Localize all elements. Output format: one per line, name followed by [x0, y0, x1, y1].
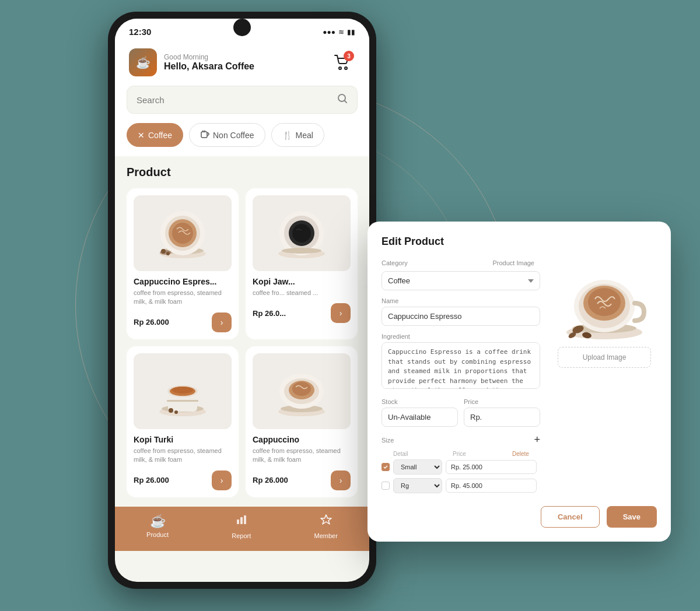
product-footer-2: Rp 26.0... ›	[253, 303, 351, 323]
modal-body: Category Product Image Coffee Name Ingre…	[382, 259, 657, 497]
price-input[interactable]	[464, 408, 540, 427]
category-coffee[interactable]: ✕ Coffee	[127, 123, 183, 147]
product-footer-3: Rp 26.000 ›	[134, 470, 232, 490]
svg-rect-36	[244, 515, 246, 524]
stock-group: Stock	[382, 398, 458, 427]
section-title: Product	[127, 166, 358, 179]
nav-product[interactable]: ☕ Product	[146, 514, 169, 539]
size-select-1[interactable]: Small	[393, 459, 442, 475]
size-select-2[interactable]: Rg	[393, 478, 442, 493]
modal-title: Edit Product	[382, 236, 657, 248]
name-label: Name	[382, 297, 540, 304]
size-header: Size +	[382, 434, 540, 446]
svg-point-27	[174, 410, 178, 414]
cancel-button[interactable]: Cancel	[541, 506, 600, 528]
product-nav-icon: ☕	[150, 514, 166, 529]
svg-point-33	[292, 382, 311, 396]
product-section: Product	[115, 156, 369, 507]
svg-point-0	[339, 67, 341, 69]
product-arrow-1[interactable]: ›	[212, 312, 232, 332]
member-nav-label: Member	[314, 532, 338, 539]
category-non-coffee[interactable]: Non Coffee	[189, 123, 265, 147]
modal-form: Category Product Image Coffee Name Ingre…	[382, 259, 540, 497]
size-detail-col: Detail	[393, 451, 449, 457]
svg-rect-3	[201, 132, 207, 138]
categories-bar: ✕ Coffee Non Coffee 🍴 Meal	[115, 123, 369, 156]
product-price-2: Rp 26.0...	[253, 309, 286, 318]
nav-report[interactable]: Report	[232, 514, 251, 539]
header-text: Good Morning Hello, Aksara Coffee	[164, 53, 254, 72]
svg-point-17	[292, 224, 311, 243]
product-image-1	[134, 195, 232, 271]
size-price-2[interactable]	[446, 479, 537, 493]
search-bar[interactable]	[127, 86, 358, 114]
product-price-4: Rp 26.000	[253, 476, 288, 484]
svg-point-24	[172, 387, 193, 394]
size-price-1[interactable]	[446, 460, 537, 474]
report-nav-icon	[235, 514, 248, 530]
size-checkbox-2[interactable]	[382, 482, 390, 490]
price-label: Price	[464, 398, 540, 405]
product-footer-4: Rp 26.000 ›	[253, 470, 351, 490]
product-card-1: Cappuccino Espres... coffee from espress…	[127, 188, 239, 339]
category-group: Coffee	[382, 271, 540, 290]
cart-button[interactable]: 3	[330, 50, 355, 75]
svg-point-11	[161, 249, 166, 254]
size-label: Size	[382, 437, 394, 444]
size-section: Size + Detail Price Delete Small	[382, 434, 540, 493]
product-price-1: Rp 26.000	[134, 318, 169, 326]
size-add-button[interactable]: +	[534, 434, 540, 446]
header-left: ☕ Good Morning Hello, Aksara Coffee	[129, 48, 254, 76]
size-delete-col: Delete	[512, 451, 540, 457]
stock-input[interactable]	[382, 408, 458, 427]
product-name-2: Kopi Jaw...	[253, 277, 351, 286]
svg-point-12	[166, 252, 170, 255]
product-arrow-4[interactable]: ›	[331, 470, 351, 490]
size-row-2: Rg	[382, 478, 540, 493]
product-name-4: Cappuccino	[253, 435, 351, 444]
ingredient-label: Ingredient	[382, 333, 540, 340]
coffee-label: Coffee	[148, 131, 172, 140]
svg-rect-35	[240, 517, 243, 524]
ingredient-textarea[interactable]: Cappuccino Espresso is a coffee drink th…	[382, 342, 540, 389]
product-arrow-3[interactable]: ›	[212, 470, 232, 490]
product-nav-label: Product	[146, 531, 169, 538]
bottom-nav: ☕ Product Report	[115, 507, 369, 551]
product-image-label: Product Image	[492, 259, 534, 266]
nav-member[interactable]: Member	[314, 514, 338, 539]
product-arrow-2[interactable]: ›	[331, 303, 351, 323]
product-image-3	[134, 353, 232, 429]
status-icons: ●●● ≋ ▮▮	[323, 28, 355, 36]
wifi-icon: ≋	[338, 28, 344, 36]
save-button[interactable]: Save	[607, 506, 657, 528]
phone-notch	[233, 19, 251, 36]
category-label: Category	[382, 259, 408, 266]
non-coffee-label: Non Coffee	[213, 131, 254, 140]
name-input[interactable]	[382, 307, 540, 326]
product-name-3: Kopi Turki	[134, 435, 232, 444]
edit-product-modal: Edit Product Category Product Image Coff…	[368, 222, 671, 542]
name-group: Name	[382, 297, 540, 326]
search-input[interactable]	[136, 95, 331, 105]
stock-label: Stock	[382, 398, 458, 405]
modal-footer: Cancel Save	[382, 506, 657, 528]
svg-point-1	[345, 67, 347, 69]
category-select[interactable]: Coffee	[382, 271, 540, 290]
phone-screen: 12:30 ●●● ≋ ▮▮ ☕ Good Morning Hello, Aks…	[115, 19, 369, 582]
svg-rect-34	[237, 519, 239, 524]
size-checkbox-1[interactable]	[382, 463, 390, 471]
category-meal[interactable]: 🍴 Meal	[271, 123, 324, 147]
modal-product-image	[558, 259, 651, 341]
user-name: Hello, Aksara Coffee	[164, 61, 254, 72]
search-container	[115, 86, 369, 123]
price-group: Price	[464, 398, 540, 427]
app-header: ☕ Good Morning Hello, Aksara Coffee 3	[115, 41, 369, 86]
upload-image-button[interactable]: Upload Image	[558, 347, 651, 368]
size-price-col: Price	[453, 451, 509, 457]
size-row-1: Small	[382, 459, 540, 475]
search-icon	[337, 93, 348, 106]
coffee-x-icon: ✕	[138, 131, 145, 140]
svg-point-18	[282, 248, 321, 254]
stock-price-row: Stock Price	[382, 398, 540, 434]
avatar: ☕	[129, 48, 157, 76]
